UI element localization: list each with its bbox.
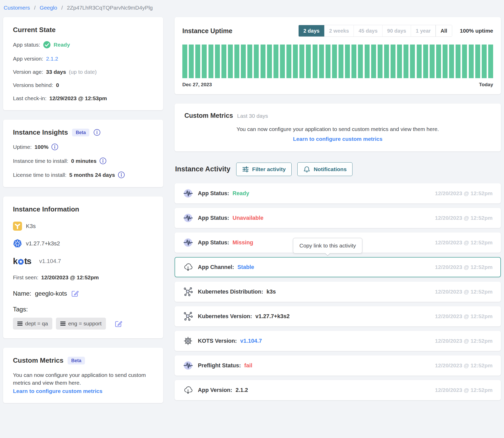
pulse-icon — [183, 360, 193, 371]
uptime-bar — [423, 45, 428, 78]
kubernetes-nodes-icon — [183, 311, 193, 322]
bell-icon — [303, 166, 310, 173]
versions-behind-value: 0 — [56, 82, 59, 88]
k8s-version-value: v1.27.7+k3s2 — [26, 240, 60, 247]
activity-value: k3s — [267, 289, 276, 295]
copy-link-tooltip: Copy link to this activity — [293, 238, 362, 253]
activity-label: App Status: — [198, 239, 229, 246]
custom-metrics-left-body: You can now configure your application t… — [13, 371, 153, 387]
instance-activity-list: App Status:Ready12/20/2023 @ 12:52pmApp … — [175, 183, 501, 400]
uptime-bar — [228, 45, 233, 78]
kots-logo-ts: ts — [24, 256, 31, 266]
activity-label: App Status: — [198, 215, 229, 221]
activity-value: v1.27.7+k3s2 — [255, 313, 290, 320]
instance-information-title: Instance Information — [13, 205, 153, 213]
info-icon[interactable] — [93, 129, 100, 136]
tag-row: dept = qaeng = support — [13, 318, 153, 330]
configure-custom-metrics-link[interactable]: Learn to configure custom metrics — [184, 136, 491, 142]
cloud-download-icon — [183, 262, 193, 272]
uptime-start-label: Dec 27, 2023 — [182, 82, 212, 87]
uptime-bar — [469, 45, 474, 78]
uptime-bar — [378, 45, 383, 78]
uptime-range-group: 2 days2 weeks45 days90 days1 yearAll — [298, 25, 452, 37]
instance-tti-label: Instance time to install: — [13, 158, 68, 164]
breadcrumb-separator: / — [34, 5, 35, 11]
activity-row-7[interactable]: Preflight Status:fail12/20/2023 @ 12:52p… — [175, 355, 501, 376]
breadcrumb-link-customers[interactable]: Customers — [4, 5, 30, 11]
uptime-bar — [332, 45, 337, 78]
app-status-row: App status: Ready — [13, 41, 153, 49]
uptime-bar-chart — [182, 45, 493, 78]
distribution-value: K3s — [26, 223, 36, 230]
activity-row-3[interactable]: App Channel:Stable12/20/2023 @ 12:52pmCo… — [175, 257, 501, 277]
activity-row-0[interactable]: App Status:Ready12/20/2023 @ 12:52pm — [175, 183, 501, 203]
beta-badge: Beta — [68, 357, 85, 364]
uptime-bar — [286, 45, 291, 78]
page: Customers / Geeglo / 2Zp47LhR3CqTQParvNc… — [0, 0, 504, 416]
activity-row-1[interactable]: App Status:Unavailable12/20/2023 @ 12:52… — [175, 208, 501, 228]
uptime-bar — [482, 45, 487, 78]
custom-metrics-right-title: Custom Metrics — [184, 112, 233, 119]
kots-logo: k ts — [13, 256, 31, 266]
uptime-range-45-days[interactable]: 45 days — [354, 25, 382, 36]
edit-tags-icon[interactable] — [114, 320, 122, 328]
info-icon[interactable] — [51, 143, 58, 150]
uptime-range-2-days[interactable]: 2 days — [299, 25, 324, 36]
filter-activity-button[interactable]: Filter activity — [236, 163, 292, 176]
breadcrumb-separator: / — [61, 5, 63, 11]
uptime-range-90-days[interactable]: 90 days — [383, 25, 411, 36]
distribution-row: K3s — [13, 222, 153, 231]
uptime-range-1-year[interactable]: 1 year — [411, 25, 436, 36]
notifications-label: Notifications — [314, 166, 347, 172]
info-icon[interactable] — [118, 171, 125, 178]
version-age-label: Version age: — [13, 69, 43, 75]
kots-logo-k: k — [13, 256, 17, 266]
license-tti-label: License time to install: — [13, 172, 67, 178]
cloud-download-icon — [183, 385, 193, 395]
edit-name-icon[interactable] — [71, 289, 79, 297]
uptime-bar — [436, 45, 441, 78]
uptime-label: Uptime: — [13, 144, 32, 150]
pulse-icon — [183, 188, 193, 199]
uptime-range-2-weeks[interactable]: 2 weeks — [325, 25, 354, 36]
activity-row-4[interactable]: Kubernetes Distribution:k3s12/20/2023 @ … — [175, 282, 501, 302]
uptime-bar — [261, 45, 265, 78]
tag-pill: eng = support — [56, 318, 106, 330]
uptime-bar — [273, 45, 278, 78]
uptime-bar — [417, 45, 422, 78]
app-status-label: App status: — [13, 42, 40, 48]
activity-value: Missing — [233, 239, 253, 246]
uptime-bar — [391, 45, 395, 78]
custom-metrics-card-right: Custom Metrics Last 30 days You can now … — [175, 104, 501, 151]
uptime-bar — [254, 45, 259, 78]
activity-timestamp: 12/20/2023 @ 12:52pm — [435, 313, 493, 319]
uptime-bar — [313, 45, 318, 78]
uptime-bar — [345, 45, 350, 78]
activity-row-8[interactable]: App Version:2.1.212/20/2023 @ 12:52pm — [175, 380, 501, 400]
activity-label: App Status: — [198, 190, 229, 197]
uptime-bar — [456, 45, 460, 78]
custom-metrics-left-title: Custom Metrics — [13, 356, 63, 364]
notifications-button[interactable]: Notifications — [297, 162, 352, 176]
configure-custom-metrics-link[interactable]: Learn to configure custom metrics — [13, 388, 102, 394]
uptime-bar — [202, 45, 207, 78]
activity-timestamp: 12/20/2023 @ 12:52pm — [435, 264, 493, 270]
uptime-bar — [371, 45, 376, 78]
instance-tti-value: 0 minutes — [71, 158, 97, 164]
breadcrumb-link-customer[interactable]: Geeglo — [40, 5, 57, 11]
last-checkin-label: Last check-in: — [13, 95, 47, 101]
instance-time-to-install-row: Instance time to install: 0 minutes — [13, 157, 153, 164]
uptime-bar — [208, 45, 213, 78]
uptime-end-label: Today — [479, 82, 493, 87]
uptime-range-all[interactable]: All — [436, 25, 452, 36]
instance-information-card: Instance Information K3s v1.27.7+k3s2 k — [3, 196, 163, 338]
activity-label: App Version: — [198, 387, 232, 393]
current-state-card: Current State App status: Ready App vers… — [3, 17, 163, 110]
uptime-bar — [241, 45, 246, 78]
app-version-link[interactable]: 2.1.2 — [46, 56, 58, 62]
activity-timestamp: 12/20/2023 @ 12:52pm — [435, 190, 493, 196]
info-icon[interactable] — [99, 157, 106, 164]
activity-row-5[interactable]: Kubernetes Version:v1.27.7+k3s212/20/202… — [175, 306, 501, 326]
activity-row-6[interactable]: KOTS Version:v1.104.712/20/2023 @ 12:52p… — [175, 331, 501, 351]
left-column: Current State App status: Ready App vers… — [3, 17, 163, 412]
